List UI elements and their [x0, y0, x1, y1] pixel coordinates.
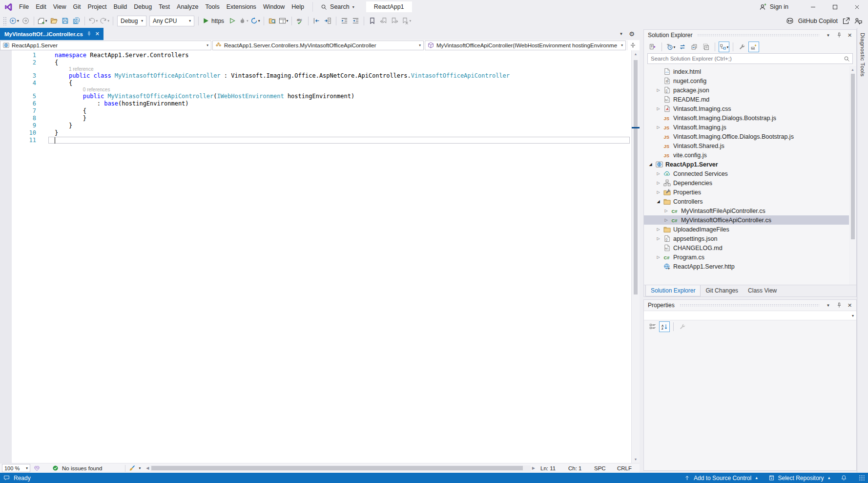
properties-header[interactable]: Properties ▼ ✕	[644, 300, 856, 311]
alphabetical-button[interactable]: AZ	[659, 321, 670, 332]
collapse-chevron-icon[interactable]: ◢	[648, 162, 653, 167]
start-debugging-button[interactable]: https	[201, 15, 227, 27]
navigate-to-line-button[interactable]	[311, 15, 322, 27]
properties-object-combobox[interactable]: ▾	[644, 311, 856, 320]
solution-explorer-header[interactable]: Solution Explorer ▼ ✕	[644, 30, 856, 41]
clear-bookmarks-button[interactable]: ▾	[400, 15, 412, 27]
scrollbar-thumb[interactable]	[151, 466, 522, 470]
editor-horizontal-scrollbar[interactable]: ◀ ▶	[146, 465, 535, 471]
tree-item-index-html[interactable]: <>index.html	[644, 67, 849, 76]
add-to-source-control-button[interactable]: Add to Source Control ▲	[684, 475, 759, 482]
code-line[interactable]: 3 public class MyVintasoftOfficeApiContr…	[0, 72, 631, 80]
character-indicator[interactable]: Ch: 1	[568, 465, 591, 471]
scrollbar-thumb[interactable]	[851, 74, 855, 239]
chevron-down-icon[interactable]: ▾	[139, 466, 141, 470]
line-indicator[interactable]: Ln: 11	[540, 465, 565, 471]
new-project-button[interactable]: ▾	[37, 15, 48, 27]
close-panel-icon[interactable]: ✕	[846, 31, 854, 40]
previous-bookmark-button[interactable]	[378, 15, 389, 27]
document-tab[interactable]: MyVintasoftOf...iController.cs ✕	[0, 28, 103, 40]
github-copilot-label[interactable]: GitHub Copilot	[798, 18, 838, 24]
menu-build[interactable]: Build	[110, 1, 130, 12]
line-ending-indicator[interactable]: CRLF	[617, 465, 640, 471]
expand-chevron-icon[interactable]: ▷	[656, 190, 661, 194]
toggle-split-view-button[interactable]	[627, 41, 639, 50]
tab-diagnostic-tools[interactable]: Diagnostic Tools	[857, 28, 868, 473]
tab-git-changes[interactable]: Git Changes	[701, 285, 743, 296]
codelens-references[interactable]: 1 reference	[0, 66, 631, 72]
menu-tools[interactable]: Tools	[202, 1, 223, 12]
menu-extensions[interactable]: Extensions	[223, 1, 260, 12]
pin-icon[interactable]	[835, 301, 843, 310]
github-copilot-icon[interactable]	[786, 17, 794, 25]
tree-item-myvintasoftofficeapicontroller-cs[interactable]: ▷C#MyVintasoftOfficeApiController.cs	[644, 215, 849, 225]
tree-item-vintasoft-imaging-office-dialogs-bootstrap-js[interactable]: JSVintasoft.Imaging.Office.Dialogs.Boots…	[644, 132, 849, 141]
expand-chevron-icon[interactable]: ▷	[656, 236, 661, 241]
increase-line-indent-button[interactable]	[350, 15, 361, 27]
code-cleanup-icon[interactable]	[129, 465, 135, 471]
expand-chevron-icon[interactable]: ▷	[656, 227, 661, 231]
restart-application-button[interactable]: ▾	[249, 15, 261, 27]
minimize-button[interactable]	[802, 0, 824, 14]
send-feedback-icon[interactable]	[854, 17, 862, 25]
navigate-backward-button[interactable]: ▾	[8, 15, 20, 27]
tree-item-controllers[interactable]: ◢Controllers	[644, 197, 849, 206]
tree-item-reactapp1-server-http[interactable]: ReactApp1.Server.http	[644, 262, 849, 271]
tree-item-nuget-config[interactable]: ⚙nuget.config	[644, 76, 849, 85]
find-in-files-button[interactable]	[267, 15, 278, 27]
expand-chevron-icon[interactable]: ▷	[663, 209, 669, 213]
expand-chevron-icon[interactable]: ▷	[656, 181, 661, 185]
menu-edit[interactable]: Edit	[32, 1, 50, 12]
type-dropdown[interactable]: ReactApp1.Server.Controllers.MyVintasoft…	[212, 41, 424, 50]
save-button[interactable]	[60, 15, 71, 27]
properties-tool-button[interactable]	[737, 42, 747, 52]
tree-item-vintasoft-imaging-js[interactable]: ▷JSVintasoft.Imaging.js	[644, 123, 849, 132]
toggle-bookmark-button[interactable]	[367, 15, 378, 27]
document-health-icon[interactable]	[34, 465, 40, 471]
scrollbar-track[interactable]	[849, 73, 856, 285]
track-active-item-button[interactable]: ▾	[719, 42, 729, 52]
collapse-all-button[interactable]	[689, 42, 700, 52]
scrollbar-thumb[interactable]	[634, 60, 638, 294]
member-dropdown[interactable]: MyVintasoftOfficeApiController(IWebHostE…	[425, 41, 626, 50]
expand-chevron-icon[interactable]: ▷	[663, 218, 669, 222]
resize-grip[interactable]	[859, 475, 865, 481]
show-all-files-button[interactable]	[701, 42, 711, 52]
close-panel-icon[interactable]: ✕	[846, 301, 854, 310]
scroll-right-arrow-icon[interactable]: ▶	[532, 466, 535, 470]
scrollbar-track[interactable]	[150, 465, 530, 471]
next-bookmark-button[interactable]	[389, 15, 400, 27]
pending-changes-filter-button[interactable]: ▾	[665, 42, 676, 52]
tree-item-package-json[interactable]: ▷{}package.json	[644, 85, 849, 95]
scroll-down-arrow-icon[interactable]: ▼	[634, 456, 638, 463]
toolbar-drag-grip[interactable]	[3, 17, 6, 25]
window-position-chevron-icon[interactable]: ▼	[824, 301, 832, 310]
property-pages-button[interactable]	[677, 321, 688, 332]
expand-chevron-icon[interactable]: ▷	[656, 106, 661, 111]
save-all-button[interactable]	[71, 15, 82, 27]
tab-class-view[interactable]: Class View	[743, 285, 782, 296]
menu-view[interactable]: View	[50, 1, 70, 12]
scroll-up-arrow-icon[interactable]: ▲	[851, 66, 854, 73]
codelens-references[interactable]: 0 references	[0, 87, 631, 93]
zoom-combobox[interactable]: 100 % ▾	[2, 464, 30, 472]
tree-item-appsettings-json[interactable]: ▷{}appsettings.json	[644, 234, 849, 243]
expand-chevron-icon[interactable]: ▷	[656, 88, 661, 92]
hot-reload-button[interactable]: ▾	[238, 15, 249, 27]
menu-file[interactable]: File	[16, 1, 32, 12]
solution-explorer-search[interactable]	[647, 53, 853, 64]
tree-item-properties[interactable]: ▷Properties	[644, 188, 849, 197]
editor-vertical-scrollbar[interactable]: ▲ ▼	[631, 50, 640, 463]
feedback-bubble-icon[interactable]	[3, 475, 10, 481]
project-dropdown[interactable]: ReactApp1.Server ▾	[0, 41, 211, 50]
preview-window-button[interactable]: ▾	[278, 15, 289, 27]
tree-item-dependencies[interactable]: ▷Dependencies	[644, 178, 849, 188]
menu-git[interactable]: Git	[70, 1, 84, 12]
spaces-indicator[interactable]: SPC	[594, 465, 614, 471]
pin-icon[interactable]	[835, 31, 843, 40]
scroll-left-arrow-icon[interactable]: ◀	[146, 466, 149, 470]
code-line[interactable]: 1namespace ReactApp1.Server.Controllers	[0, 52, 631, 59]
code-line[interactable]: 8 }	[0, 115, 631, 122]
expand-chevron-icon[interactable]: ▷	[656, 125, 661, 129]
code-line[interactable]: 6 : base(hostingEnvironment)	[0, 100, 631, 107]
